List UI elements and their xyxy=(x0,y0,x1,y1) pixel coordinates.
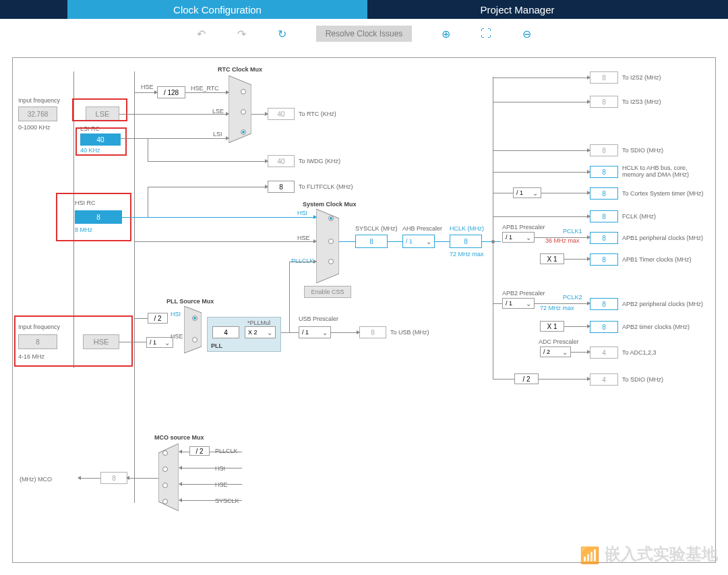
pllmul-label: *PLLMul xyxy=(247,320,270,326)
hclk-ahb-label: HCLK to AHB bus, core, memory and DMA (M… xyxy=(622,164,710,178)
pll-src-hse[interactable] xyxy=(192,337,198,342)
clock-diagram-canvas: Input frequency 32.768 0-1000 KHz LSE LS… xyxy=(12,57,716,563)
to-usb-label: To USB (MHz) xyxy=(390,329,429,336)
sdio-div2: / 2 xyxy=(514,373,539,384)
usb-value: 8 xyxy=(359,326,386,338)
svg-marker-1 xyxy=(316,209,339,283)
hsi-div2: / 2 xyxy=(148,313,168,324)
ahb-pre-label: AHB Prescaler xyxy=(402,225,442,232)
highlight-hsi xyxy=(56,193,131,241)
pll-label: PLL xyxy=(211,342,222,349)
pllmul-select[interactable]: X 2 xyxy=(245,326,276,338)
fclk-label: FCLK (MHz) xyxy=(622,213,656,220)
cortex-value: 8 xyxy=(590,187,618,200)
i2s2-value: 8 xyxy=(590,71,618,84)
apb2-prescaler-select[interactable]: / 1 xyxy=(502,298,535,309)
mco-pllclk[interactable] xyxy=(162,450,168,456)
pclk1-label: PCLK1 xyxy=(563,228,582,235)
resolve-clock-button[interactable]: Resolve Clock Issues xyxy=(316,26,413,42)
zoom-in-icon[interactable]: ⊕ xyxy=(439,28,452,40)
apb1-periph: APB1 peripheral clocks (MHz) xyxy=(622,235,703,241)
tab-clock-config[interactable]: Clock Configuration xyxy=(67,0,367,19)
mco-hse[interactable] xyxy=(162,483,168,488)
sdio-value: 8 xyxy=(590,144,618,156)
ahb-bus-value: 8 xyxy=(590,166,618,178)
iwdg-output: 40 xyxy=(268,155,295,167)
mco-pllclk-lbl: PLLCLK xyxy=(215,448,238,454)
to-iwdg-label: To IWDG (KHz) xyxy=(299,158,340,164)
highlight-lse xyxy=(72,98,127,121)
pll-src-label: PLL Source Mux xyxy=(166,298,214,305)
undo-icon[interactable]: ↶ xyxy=(195,28,208,40)
cortex-div-select[interactable]: / 1 xyxy=(513,187,541,198)
pclk2-max: 72 MHz max xyxy=(540,305,574,311)
pll-src-hsi[interactable] xyxy=(192,315,198,321)
apb1-timer: APB1 Timer clocks (MHz) xyxy=(622,256,692,263)
pllclk-signal: PLLCLK xyxy=(291,258,314,264)
apb1-pre-label: APB1 Prescaler xyxy=(502,224,545,231)
sysclk-mux-pllclk[interactable] xyxy=(328,259,334,264)
hse-div-select[interactable]: / 1 xyxy=(146,337,173,348)
highlight-hse xyxy=(14,315,133,367)
apb2-pre-label: APB2 Prescaler xyxy=(502,290,545,297)
sysclk-label: SYSCLK (MHz) xyxy=(355,225,398,232)
adc-prescaler-select[interactable]: / 2 xyxy=(540,346,571,357)
mco-src-label: MCO source Mux xyxy=(154,434,204,441)
mco-sysclk[interactable] xyxy=(162,499,168,504)
rtc-output: 40 xyxy=(268,108,295,120)
rtc-mux-lse[interactable] xyxy=(241,109,246,115)
to-cortex: To Cortex System timer (MHz) xyxy=(622,190,704,197)
hclk-value[interactable]: 8 xyxy=(450,235,482,248)
apb1-timer-value: 8 xyxy=(590,253,618,266)
zoom-out-icon[interactable]: ⊖ xyxy=(520,28,533,40)
apb2-periph-value: 8 xyxy=(590,298,618,310)
flitfclk-value: 8 xyxy=(268,181,295,193)
svg-marker-0 xyxy=(229,75,251,143)
highlight-lsi xyxy=(75,127,127,156)
ahb-prescaler-select[interactable]: / 1 xyxy=(402,235,435,248)
rtc-mux-lsi[interactable] xyxy=(241,129,246,135)
hclk-label: HCLK (MHz) xyxy=(450,225,484,232)
apb1-prescaler-select[interactable]: / 1 xyxy=(502,232,535,243)
apb1-periph-value: 8 xyxy=(590,232,618,244)
hclk-max: 72 MHz max xyxy=(450,251,484,258)
hse-label-top: HSE xyxy=(141,84,154,90)
enable-css-button[interactable]: Enable CSS xyxy=(304,286,351,298)
tab-project-manager[interactable]: Project Manager xyxy=(367,0,667,19)
lsi-signal: LSI xyxy=(213,131,222,138)
svg-marker-3 xyxy=(158,444,179,511)
hse-rtc-label: HSE_RTC xyxy=(191,85,219,92)
lse-range: 0-1000 KHz xyxy=(18,124,51,131)
apb2-timer: APB2 timer clocks (MHz) xyxy=(622,324,690,330)
sysclk-mux-hse[interactable] xyxy=(328,239,334,244)
mco-sysclk-lbl: SYSCLK xyxy=(215,497,239,504)
usb-prescaler-select[interactable]: / 1 xyxy=(299,326,331,338)
sdio2-value: 4 xyxy=(590,373,618,386)
svg-marker-2 xyxy=(184,306,202,353)
div-128: / 128 xyxy=(157,86,185,98)
apb1-timer-mul: X 1 xyxy=(540,253,564,264)
redo-icon[interactable]: ↷ xyxy=(235,28,249,40)
mco-div2: / 2 xyxy=(189,446,210,456)
pll-input-val: 4 xyxy=(212,326,239,338)
rtc-mux-hse[interactable] xyxy=(241,89,246,94)
lse-input-label: Input frequency xyxy=(18,97,60,104)
lse-input-value[interactable]: 32.768 xyxy=(18,107,57,121)
apb2-periph: APB2 peripheral clocks (MHz) xyxy=(622,301,703,307)
to-adc: To ADC1,2,3 xyxy=(622,349,657,356)
sysclk-mux-hsi[interactable] xyxy=(328,216,334,221)
to-rtc-label: To RTC (KHz) xyxy=(299,111,336,117)
fit-icon[interactable]: ⛶ xyxy=(479,28,493,40)
mco-value: 8 xyxy=(100,472,127,484)
to-i2s2: To I2S2 (MHz) xyxy=(622,74,661,81)
pll-hse-label: HSE xyxy=(171,333,183,340)
to-i2s3: To I2S3 (MHz) xyxy=(622,98,661,105)
pclk1-max: 36 MHz max xyxy=(545,237,580,244)
refresh-icon[interactable]: ↻ xyxy=(276,28,289,40)
apb2-timer-value: 8 xyxy=(590,321,618,333)
hsi-signal: HSI xyxy=(297,210,307,216)
mco-hsi[interactable] xyxy=(162,466,168,472)
sysclk-value[interactable]: 8 xyxy=(355,235,388,248)
to-sdio2: To SDIO (MHz) xyxy=(622,376,663,383)
to-sdio: To SDIO (MHz) xyxy=(622,147,663,154)
